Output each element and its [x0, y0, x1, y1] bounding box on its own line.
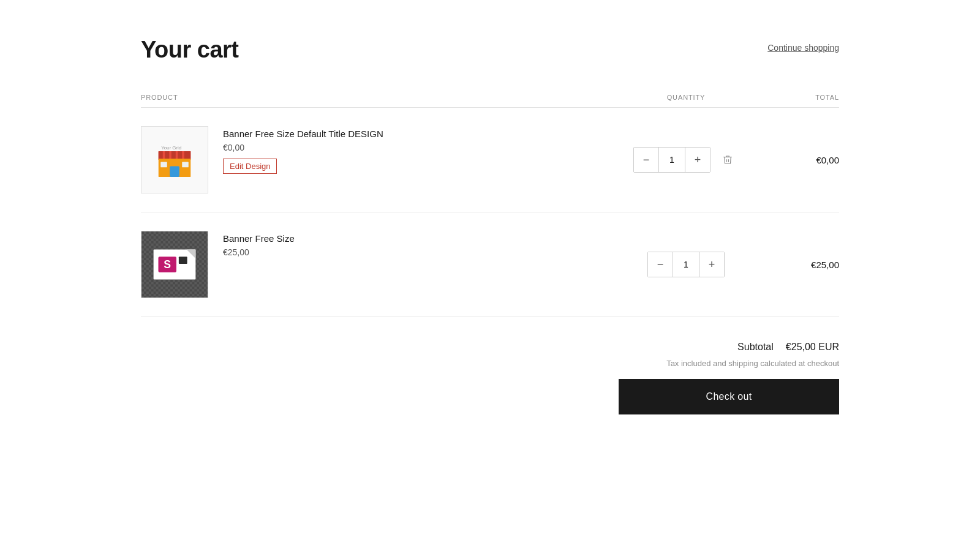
col-total-label: TOTAL: [747, 94, 839, 101]
subtotal-label: Subtotal: [737, 342, 774, 353]
product-name-2: Banner Free Size: [223, 233, 295, 244]
cart-item-2: S Banner Free Size €25,00 − 1 + €25,00: [141, 212, 839, 317]
product-2-svg: S: [141, 231, 208, 298]
subtotal-row: Subtotal €25,00 EUR: [737, 342, 839, 353]
item-total-1: €0,00: [747, 155, 839, 165]
svg-rect-19: [179, 257, 187, 264]
cart-item-1: Your Grid Banne: [141, 108, 839, 212]
product-image-2: S: [141, 231, 208, 298]
cart-footer: Subtotal €25,00 EUR Tax included and shi…: [141, 317, 839, 414]
svg-rect-3: [165, 151, 169, 160]
product-info-2: S Banner Free Size €25,00: [141, 231, 625, 298]
product-price-2: €25,00: [223, 247, 295, 257]
delete-item-1[interactable]: [717, 149, 739, 171]
col-quantity-label: QUANTITY: [625, 94, 747, 101]
item-total-2: €25,00: [747, 260, 839, 270]
trash-icon: [722, 154, 733, 165]
quantity-value-2: 1: [673, 252, 699, 277]
svg-rect-9: [160, 162, 167, 168]
subtotal-value: €25,00 EUR: [786, 342, 839, 353]
product-price-1: €0,00: [223, 143, 383, 152]
quantity-cell-1: − 1 +: [625, 147, 747, 173]
quantity-stepper-2: − 1 +: [647, 252, 725, 277]
svg-text:S: S: [164, 258, 171, 271]
edit-design-button-1[interactable]: Edit Design: [223, 159, 277, 174]
product-name-1: Banner Free Size Default Title DESIGN: [223, 129, 383, 139]
quantity-value-1: 1: [658, 148, 685, 172]
product-info-1: Your Grid Banne: [141, 126, 625, 193]
quantity-cell-2: − 1 +: [625, 252, 747, 277]
page-title: Your cart: [141, 37, 239, 63]
quantity-decrease-2[interactable]: −: [648, 252, 673, 277]
svg-rect-4: [172, 151, 176, 160]
quantity-increase-2[interactable]: +: [699, 252, 724, 277]
quantity-increase-1[interactable]: +: [685, 148, 710, 172]
col-product-label: PRODUCT: [141, 94, 625, 101]
svg-rect-10: [182, 162, 189, 168]
table-header: PRODUCT QUANTITY TOTAL: [141, 88, 839, 108]
checkout-button[interactable]: Check out: [619, 379, 839, 414]
store-svg-icon: Your Grid: [153, 138, 196, 181]
cart-header: Your cart Continue shopping: [141, 37, 839, 63]
product-details-1: Banner Free Size Default Title DESIGN €0…: [223, 126, 383, 174]
quantity-decrease-1[interactable]: −: [634, 148, 658, 172]
svg-rect-8: [170, 167, 179, 178]
continue-shopping-link[interactable]: Continue shopping: [767, 37, 839, 53]
product-details-2: Banner Free Size €25,00: [223, 231, 295, 257]
svg-rect-2: [159, 151, 163, 160]
product-image-1: Your Grid: [141, 126, 208, 193]
svg-rect-6: [184, 151, 191, 160]
quantity-stepper-1: − 1 +: [633, 147, 710, 173]
svg-rect-5: [178, 151, 182, 160]
tax-note: Tax included and shipping calculated at …: [666, 359, 839, 368]
svg-text:Your Grid: Your Grid: [161, 145, 181, 151]
